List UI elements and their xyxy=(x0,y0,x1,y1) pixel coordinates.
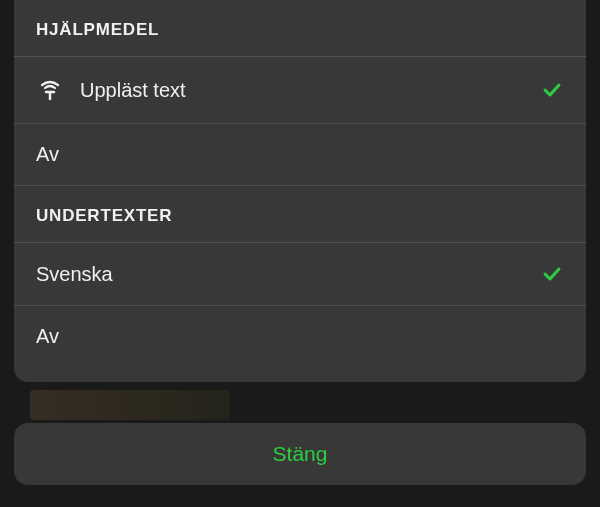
backdrop-thumbnail xyxy=(30,390,230,420)
close-button-label: Stäng xyxy=(273,442,328,466)
option-accessibility-off[interactable]: Av xyxy=(14,124,586,186)
checkmark-icon xyxy=(540,262,564,286)
settings-sheet: HJÄLPMEDEL Uppläst text Av UNDERTEXTER S… xyxy=(14,0,586,382)
subtitles-section-header: UNDERTEXTER xyxy=(14,186,586,243)
option-label: Uppläst text xyxy=(80,79,540,102)
checkmark-icon xyxy=(540,78,564,102)
option-tts[interactable]: Uppläst text xyxy=(14,57,586,124)
option-subtitle-swedish[interactable]: Svenska xyxy=(14,243,586,306)
option-label: Av xyxy=(36,143,564,166)
close-button[interactable]: Stäng xyxy=(14,423,586,485)
option-label: Av xyxy=(36,325,564,348)
accessibility-section-header: HJÄLPMEDEL xyxy=(14,0,586,57)
text-to-speech-icon xyxy=(36,76,64,104)
option-label: Svenska xyxy=(36,263,540,286)
option-subtitle-off[interactable]: Av xyxy=(14,306,586,367)
